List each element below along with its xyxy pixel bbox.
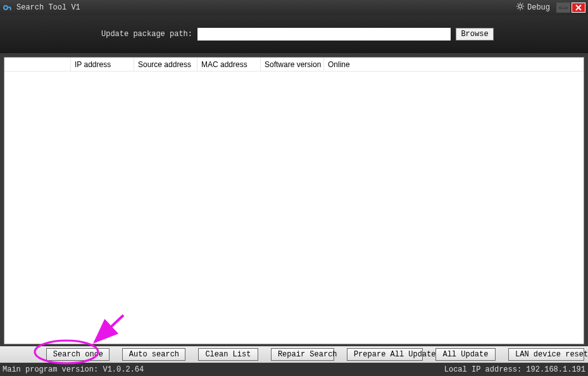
column-source-address[interactable]: Source address [134,58,197,71]
status-bar: Main program version: V1.0.2.64 Local IP… [0,363,588,376]
local-ip-text: Local IP address: 192.168.1.191 [444,365,585,374]
column-online[interactable]: Online [324,58,368,71]
window-title: Search Tool V1 [16,3,80,12]
title-bar: Search Tool V1 Debug [0,0,588,15]
minimize-icon [560,7,567,9]
gear-icon [516,2,525,13]
column-ip-address[interactable]: IP address [71,58,134,71]
close-button[interactable] [572,3,585,13]
program-version-text: Main program version: V1.0.2.64 [3,365,144,374]
debug-label: Debug [527,3,550,12]
column-mac-address[interactable]: MAC address [197,58,261,71]
all-update-button[interactable]: All Update [435,348,496,361]
repair-search-button[interactable]: Repair Search [271,348,334,361]
search-once-button[interactable]: Search once [46,348,109,361]
browse-button[interactable]: Browse [456,28,494,41]
minimize-button[interactable] [556,3,570,13]
svg-line-8 [518,8,518,9]
close-icon [575,4,582,11]
svg-point-1 [518,4,522,8]
svg-line-7 [522,8,523,9]
app-logo-icon [3,3,13,13]
update-path-label: Update package path: [101,30,192,39]
svg-line-6 [518,4,518,4]
device-list: IP address Source address MAC address So… [4,57,584,344]
auto-search-button[interactable]: Auto search [122,348,185,361]
debug-button[interactable]: Debug [516,2,550,13]
update-path-input[interactable] [197,28,451,41]
svg-point-0 [4,6,8,9]
clean-list-button[interactable]: Clean List [198,348,258,361]
svg-line-9 [522,4,523,4]
column-software-version[interactable]: Software version [261,58,324,71]
action-button-row: Search once Auto search Clean List Repai… [0,346,588,363]
device-list-header: IP address Source address MAC address So… [4,58,584,72]
prepare-all-update-button[interactable]: Prepare All Update [347,348,423,361]
lan-device-reset-button[interactable]: LAN device reset [508,348,584,361]
update-path-toolbar: Update package path: Browse [0,15,588,53]
column-blank[interactable] [4,58,71,71]
